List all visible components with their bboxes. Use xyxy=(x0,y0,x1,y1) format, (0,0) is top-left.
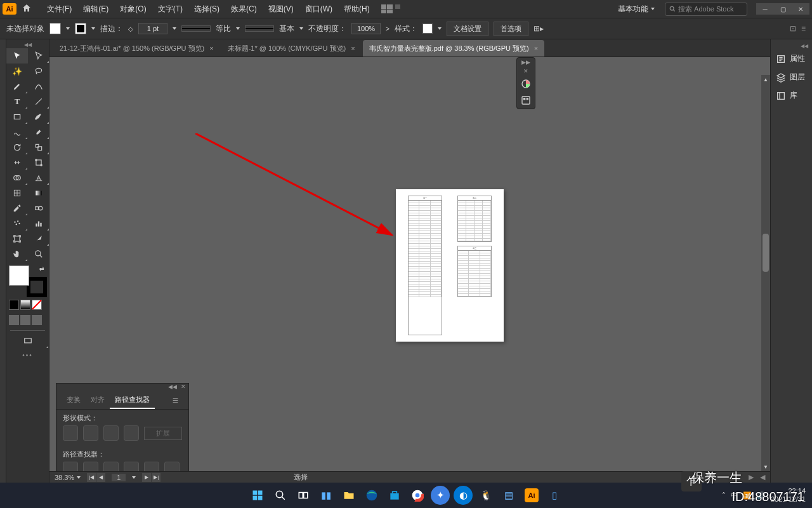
canvas[interactable]: 表一 表二 表三 xyxy=(49,57,770,483)
menu-type[interactable]: 文字(T) xyxy=(153,1,188,17)
direct-selection-tool[interactable] xyxy=(28,48,49,64)
intersect-button[interactable] xyxy=(103,425,119,441)
prev-artboard-button[interactable]: ◀ xyxy=(96,473,105,482)
home-icon[interactable] xyxy=(22,3,33,15)
properties-panel-tab[interactable]: 属性 xyxy=(771,50,812,68)
blend-tool[interactable] xyxy=(28,201,49,216)
floating-collapsed-panel[interactable]: ▶▶ ✕ xyxy=(516,57,535,109)
app-icon-2[interactable]: ◐ xyxy=(454,486,473,505)
magic-wand-tool[interactable]: ✨ xyxy=(6,64,28,79)
explorer-icon[interactable] xyxy=(339,486,358,505)
tools-collapse-icon[interactable]: ◀◀ xyxy=(6,42,49,48)
app-icon-3[interactable]: 🐧 xyxy=(476,486,495,505)
last-artboard-button[interactable]: ▶| xyxy=(152,473,160,482)
app-icon-1[interactable]: ✦ xyxy=(431,486,450,505)
swatches-panel-icon[interactable] xyxy=(517,92,535,109)
expand-right-panels-icon[interactable]: ◀◀ xyxy=(771,43,812,50)
vertical-scrollbar[interactable]: ▲ ▼ xyxy=(761,75,770,471)
tray-chevron-up-icon[interactable]: ˄ xyxy=(722,491,726,500)
edge-icon[interactable] xyxy=(362,486,381,505)
pen-tool[interactable] xyxy=(6,79,28,94)
menu-help[interactable]: 帮助(H) xyxy=(339,1,375,17)
fill-swatch[interactable] xyxy=(49,23,61,34)
symbol-sprayer-tool[interactable] xyxy=(6,216,28,231)
color-mode-gradient[interactable] xyxy=(20,300,30,310)
menu-file[interactable]: 文件(F) xyxy=(42,1,77,17)
arrange-documents-dropdown-icon[interactable] xyxy=(395,4,407,13)
slice-tool[interactable] xyxy=(28,231,49,246)
unite-button[interactable] xyxy=(63,425,78,441)
arrange-documents-icon[interactable] xyxy=(381,4,393,13)
stroke-profile[interactable] xyxy=(181,25,211,32)
close-button[interactable]: ✕ xyxy=(792,3,809,15)
curvature-tool[interactable] xyxy=(28,79,49,94)
minimize-button[interactable]: ─ xyxy=(756,3,774,15)
opacity-chevron-right-icon[interactable]: > xyxy=(386,25,390,32)
line-tool[interactable] xyxy=(28,94,49,109)
close-icon[interactable]: × xyxy=(534,44,538,52)
chevron-down-icon[interactable] xyxy=(132,476,136,479)
color-panel-icon[interactable] xyxy=(517,76,535,92)
first-artboard-button[interactable]: |◀ xyxy=(87,473,96,482)
column-graph-tool[interactable] xyxy=(28,216,49,231)
artboard-tool[interactable] xyxy=(6,231,28,246)
style-swatch[interactable] xyxy=(422,23,433,34)
close-icon[interactable]: × xyxy=(351,44,355,52)
menu-object[interactable]: 对象(O) xyxy=(115,1,151,17)
fill-color[interactable] xyxy=(9,265,29,286)
collapsed-panel-strip-left[interactable] xyxy=(0,39,6,483)
chevron-down-icon[interactable] xyxy=(236,27,240,30)
search-stock-input[interactable]: 搜索 Adobe Stock xyxy=(665,3,747,16)
scrollbar-thumb[interactable] xyxy=(763,234,769,272)
document-tab-1[interactable]: 21-12-王鸿伟-01.ai* @ 150% (RGB/GPU 预览) × xyxy=(53,40,220,57)
selection-tool[interactable] xyxy=(6,48,28,64)
chrome-icon[interactable] xyxy=(408,486,427,505)
start-button[interactable] xyxy=(248,486,267,505)
artboard[interactable]: 表一 表二 表三 xyxy=(396,189,504,342)
shaper-tool[interactable] xyxy=(6,124,28,140)
zoom-control[interactable]: 38.3% xyxy=(55,474,81,481)
system-clock[interactable]: 22:14 2021/12/31 xyxy=(771,487,806,504)
workspace-switcher[interactable]: 基本功能 xyxy=(613,2,660,17)
task-view-button[interactable] xyxy=(294,486,313,505)
color-mode-none[interactable] xyxy=(32,300,42,310)
draw-inside[interactable] xyxy=(32,315,42,325)
expand-panel-icon[interactable]: ▶▶ xyxy=(517,58,535,67)
stepper-icon[interactable]: ◇ xyxy=(128,25,133,32)
scroll-down-icon[interactable]: ▼ xyxy=(761,462,770,471)
menu-select[interactable]: 选择(S) xyxy=(189,1,225,17)
chevron-down-icon[interactable] xyxy=(173,27,176,30)
tab-pathfinder[interactable]: 路径查找器 xyxy=(110,392,155,409)
hscroll-left-icon[interactable]: ▶ xyxy=(749,473,754,481)
artboard-number[interactable]: 1 xyxy=(112,474,126,481)
app-icon-4[interactable]: ▤ xyxy=(499,486,518,505)
chevron-down-icon[interactable] xyxy=(91,27,95,30)
scale-tool[interactable] xyxy=(28,140,49,155)
libraries-panel-tab[interactable]: 库 xyxy=(771,86,812,105)
draw-behind[interactable] xyxy=(20,315,30,325)
chevron-down-icon[interactable] xyxy=(438,27,442,30)
close-icon[interactable]: × xyxy=(209,44,213,52)
draw-normal[interactable] xyxy=(9,315,19,325)
close-panel-icon[interactable]: ✕ xyxy=(181,384,186,392)
options-menu-icon[interactable]: ≡ xyxy=(801,24,806,33)
illustrator-taskbar-icon[interactable]: Ai xyxy=(522,486,541,505)
free-transform-tool[interactable] xyxy=(28,155,49,170)
type-tool[interactable]: T xyxy=(6,94,28,109)
ime-indicator[interactable]: 中 xyxy=(731,491,738,500)
document-tab-2[interactable]: 未标题-1* @ 100% (CMYK/GPU 预览) × xyxy=(221,40,362,57)
panel-menu-icon[interactable]: ≡ xyxy=(167,392,183,409)
fill-stroke-control[interactable]: ⇄ xyxy=(9,265,47,297)
scroll-up-icon[interactable]: ▲ xyxy=(761,75,770,84)
search-button[interactable] xyxy=(271,486,290,505)
color-mode-solid[interactable] xyxy=(9,300,19,310)
next-artboard-button[interactable]: ▶ xyxy=(142,473,151,482)
close-panel-icon[interactable]: ✕ xyxy=(517,67,535,76)
exclude-button[interactable] xyxy=(124,425,139,441)
stroke-swatch[interactable] xyxy=(75,23,86,34)
mesh-tool[interactable] xyxy=(6,185,28,201)
stroke-color[interactable] xyxy=(27,277,47,297)
store-icon[interactable] xyxy=(385,486,404,505)
edit-toolbar-button[interactable]: ••• xyxy=(6,351,49,359)
chevron-down-icon[interactable] xyxy=(299,27,303,30)
